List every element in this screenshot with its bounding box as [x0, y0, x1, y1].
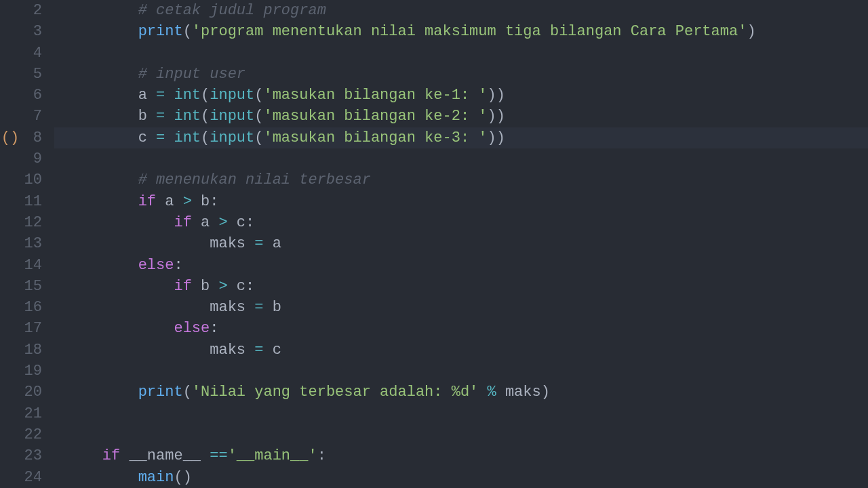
line-number: 16: [20, 297, 42, 318]
lint-marker: [0, 21, 20, 42]
code-line[interactable]: else:: [66, 318, 868, 339]
code-line[interactable]: [66, 403, 868, 424]
code-line[interactable]: maks = b: [66, 297, 868, 318]
lint-marker: [0, 361, 20, 382]
line-number: 13: [20, 233, 42, 254]
code-line[interactable]: print('program menentukan nilai maksimum…: [66, 21, 868, 42]
line-number: 14: [20, 255, 42, 276]
line-number: 24: [20, 467, 42, 488]
lint-marker: [0, 445, 20, 466]
line-number: 4: [20, 43, 42, 64]
lint-marker: [0, 297, 20, 318]
code-line[interactable]: [66, 148, 868, 169]
lint-marker: [0, 43, 20, 64]
lint-marker: [0, 382, 20, 403]
code-line[interactable]: [66, 43, 868, 64]
lint-marker: [0, 64, 20, 85]
code-line[interactable]: maks = c: [66, 340, 868, 361]
line-number: 17: [20, 318, 42, 339]
lint-marker: [0, 340, 20, 361]
line-number: 7: [20, 106, 42, 127]
line-number: 20: [20, 382, 42, 403]
line-number: 8: [20, 127, 42, 148]
code-line[interactable]: c = int(input('masukan bilangan ke-3: ')…: [54, 127, 868, 148]
line-number: 22: [20, 424, 42, 445]
line-number: 5: [20, 64, 42, 85]
lint-marker: [0, 169, 20, 190]
code-line[interactable]: if a > b:: [66, 191, 868, 212]
code-line[interactable]: [66, 424, 868, 445]
lint-marker: [0, 85, 20, 106]
code-line[interactable]: # cetak judul program: [66, 0, 868, 21]
code-line[interactable]: main(): [66, 467, 868, 488]
lint-marker: (): [0, 127, 20, 148]
code-line[interactable]: [66, 361, 868, 382]
lint-gutter: (): [0, 0, 20, 488]
lint-marker: [0, 191, 20, 212]
code-line[interactable]: if a > c:: [66, 212, 868, 233]
line-number: 11: [20, 191, 42, 212]
lint-marker: [0, 318, 20, 339]
code-line[interactable]: if __name__ =='__main__':: [66, 445, 868, 466]
line-number: 15: [20, 276, 42, 297]
lint-marker: [0, 212, 20, 233]
line-number-gutter: 23456789101112131415161718192021222324: [20, 0, 54, 488]
line-number: 2: [20, 0, 42, 21]
line-number: 12: [20, 212, 42, 233]
code-editor[interactable]: () 2345678910111213141516171819202122232…: [0, 0, 868, 488]
code-line[interactable]: b = int(input('masukan bilangan ke-2: ')…: [66, 106, 868, 127]
line-number: 10: [20, 169, 42, 190]
line-number: 23: [20, 445, 42, 466]
lint-marker: [0, 403, 20, 424]
lint-marker: [0, 424, 20, 445]
code-line[interactable]: # input user: [66, 64, 868, 85]
code-area[interactable]: # cetak judul program print('program men…: [54, 0, 868, 488]
code-line[interactable]: else:: [66, 255, 868, 276]
lint-marker: [0, 233, 20, 254]
lint-marker: [0, 106, 20, 127]
lint-marker: [0, 148, 20, 169]
code-line[interactable]: # menenukan nilai terbesar: [66, 169, 868, 190]
lint-marker: [0, 255, 20, 276]
code-line[interactable]: if b > c:: [66, 276, 868, 297]
lint-marker: [0, 0, 20, 21]
line-number: 19: [20, 361, 42, 382]
line-number: 9: [20, 148, 42, 169]
line-number: 21: [20, 403, 42, 424]
code-line[interactable]: maks = a: [66, 233, 868, 254]
lint-marker: [0, 276, 20, 297]
line-number: 18: [20, 340, 42, 361]
code-line[interactable]: print('Nilai yang terbesar adalah: %d' %…: [66, 382, 868, 403]
line-number: 3: [20, 21, 42, 42]
code-line[interactable]: a = int(input('masukan bilangan ke-1: ')…: [66, 85, 868, 106]
lint-marker: [0, 467, 20, 488]
line-number: 6: [20, 85, 42, 106]
